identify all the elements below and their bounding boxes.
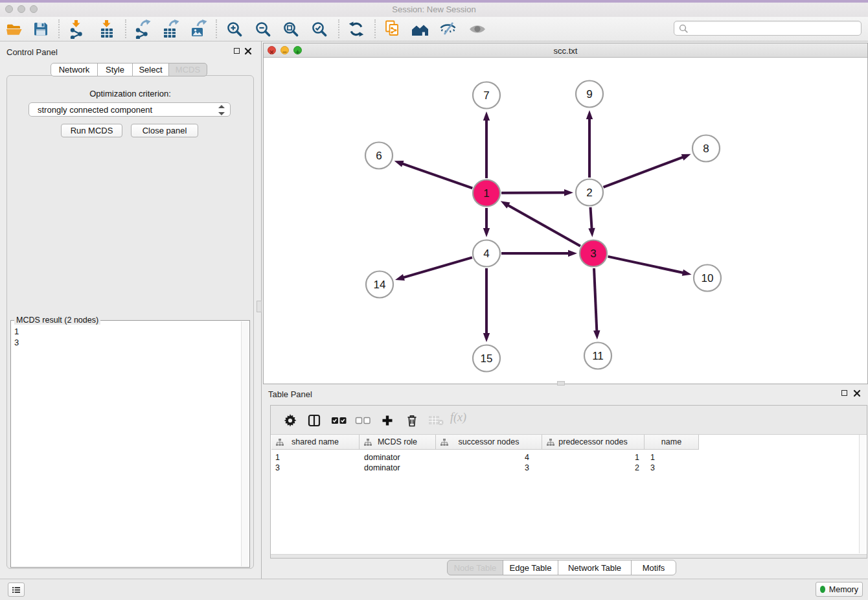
graph-edge-3-10[interactable] [608, 257, 683, 273]
column-type-icon [364, 439, 372, 446]
import-table-button[interactable] [96, 19, 118, 40]
close-table-panel-icon[interactable] [853, 389, 861, 397]
graph-edge-1-6[interactable] [402, 163, 472, 188]
float-panel-icon[interactable] [234, 48, 240, 54]
result-scrollbar[interactable] [241, 321, 249, 566]
graph-edge-4-14[interactable] [403, 257, 472, 277]
graph-edge-3-11[interactable] [594, 268, 597, 332]
memory-button[interactable]: Memory [816, 582, 863, 597]
graph-arrowhead [682, 270, 692, 276]
trash-icon [406, 414, 418, 427]
add-row-button[interactable] [378, 411, 397, 430]
show-all-button[interactable] [466, 19, 488, 40]
export-network-button[interactable] [131, 19, 153, 40]
horizontal-splitter-handle[interactable] [557, 381, 565, 386]
tab-select[interactable]: Select [132, 63, 169, 76]
optimization-criterion-label: Optimization criterion: [6, 89, 254, 98]
save-session-button[interactable] [30, 19, 52, 40]
delete-table-icon [428, 415, 444, 426]
import-network-button[interactable] [65, 19, 87, 40]
toolbar-separator [58, 19, 60, 38]
refresh-button[interactable] [345, 19, 367, 40]
cell-mcds-role: dominator [364, 452, 400, 463]
cell-predecessor-nodes: 1 [542, 452, 639, 463]
select-all-button[interactable] [329, 411, 348, 430]
graph-node-label: 3 [590, 248, 596, 260]
criterion-select[interactable]: strongly connected component [29, 102, 231, 117]
graph-node-label: 10 [702, 272, 714, 284]
float-table-panel-icon[interactable] [841, 390, 847, 396]
open-session-button[interactable] [4, 19, 26, 40]
zoom-out-button[interactable] [252, 19, 274, 40]
cell-successor-nodes: 4 [436, 452, 529, 463]
deselect-all-button[interactable] [353, 411, 372, 430]
titlebar: Session: New Session [0, 0, 868, 17]
column-header-name[interactable]: name [645, 435, 699, 450]
table-scrollbar[interactable] [859, 435, 866, 553]
clone-network-button[interactable] [382, 19, 404, 40]
show-columns-button[interactable] [304, 411, 324, 430]
tab-mcds[interactable]: MCDS [168, 63, 207, 76]
delete-rows-button[interactable] [402, 411, 422, 430]
select-stepper-icon [218, 105, 225, 115]
column-type-icon [440, 439, 448, 446]
function-builder-button-disabled: f(x) [450, 411, 466, 424]
graph-edge-3-1[interactable] [507, 205, 580, 246]
zoom-selected-button[interactable] [308, 19, 330, 40]
graph-arrowhead [483, 111, 490, 121]
toolbar-separator [374, 19, 376, 38]
tab-node-table[interactable]: Node Table [447, 560, 503, 575]
tab-network[interactable]: Network [51, 63, 98, 76]
export-image-button[interactable] [187, 19, 209, 40]
save-floppy-icon [32, 21, 49, 38]
column-header-successor-nodes[interactable]: successor nodes [436, 435, 542, 450]
column-type-icon [276, 439, 284, 446]
tab-network-table[interactable]: Network Table [558, 560, 632, 575]
export-network-icon [133, 19, 151, 39]
zoom-in-button[interactable] [223, 19, 246, 40]
tab-style[interactable]: Style [97, 63, 133, 76]
graph-edge-2-3[interactable] [590, 207, 591, 229]
table-panel-tabs: Node Table Edge Table Network Table Moti… [447, 560, 676, 575]
graph-arrowhead [593, 330, 600, 340]
graph-arrowhead [564, 189, 573, 196]
zoom-fit-button[interactable] [280, 19, 302, 40]
column-label: predecessor nodes [558, 437, 627, 446]
delete-table-button-disabled [426, 411, 446, 430]
close-panel-icon[interactable] [244, 47, 252, 55]
mcds-result-box: 1 3 [10, 320, 250, 568]
search-box [674, 21, 862, 36]
column-header-mcds-role[interactable]: MCDS role [360, 435, 436, 450]
export-table-button[interactable] [159, 19, 181, 40]
export-image-icon [189, 19, 207, 39]
search-icon [679, 24, 689, 34]
graph-node-label: 11 [592, 350, 604, 362]
column-header-predecessor-nodes[interactable]: predecessor nodes [542, 435, 645, 450]
task-history-button[interactable] [8, 583, 25, 597]
graph-node-label: 4 [483, 248, 489, 260]
toolbar-separator [216, 19, 217, 38]
toolbar-separator [125, 19, 126, 38]
column-header-shared-name[interactable]: shared name [271, 435, 360, 450]
table-settings-button[interactable] [280, 411, 300, 430]
graph-node-label: 15 [481, 352, 493, 365]
checked-boxes-icon [331, 416, 347, 425]
mcds-result-list: 1 3 [14, 326, 19, 348]
search-input[interactable] [691, 22, 859, 36]
tab-edge-table[interactable]: Edge Table [503, 560, 558, 575]
graph-arrowhead [483, 228, 490, 237]
node-table-container: f(x) shared name MCDS role successor nod… [270, 405, 867, 559]
control-panel-tabs: Network Style Select MCDS [51, 63, 207, 76]
run-mcds-button[interactable]: Run MCDS [61, 124, 122, 137]
eye-icon [468, 22, 486, 36]
tab-motifs[interactable]: Motifs [631, 560, 676, 575]
hide-selected-button[interactable] [437, 19, 459, 40]
vertical-splitter-handle[interactable] [257, 301, 262, 312]
close-panel-button[interactable]: Close panel [131, 124, 198, 137]
home-button[interactable] [409, 19, 431, 40]
network-graph-canvas[interactable]: 7968124314101511 [264, 58, 867, 384]
graph-edge-1-2[interactable] [501, 192, 565, 193]
graph-edge-2-8[interactable] [604, 157, 684, 187]
cell-shared-name: 1 [275, 452, 280, 463]
cell-name: 3 [650, 463, 655, 473]
